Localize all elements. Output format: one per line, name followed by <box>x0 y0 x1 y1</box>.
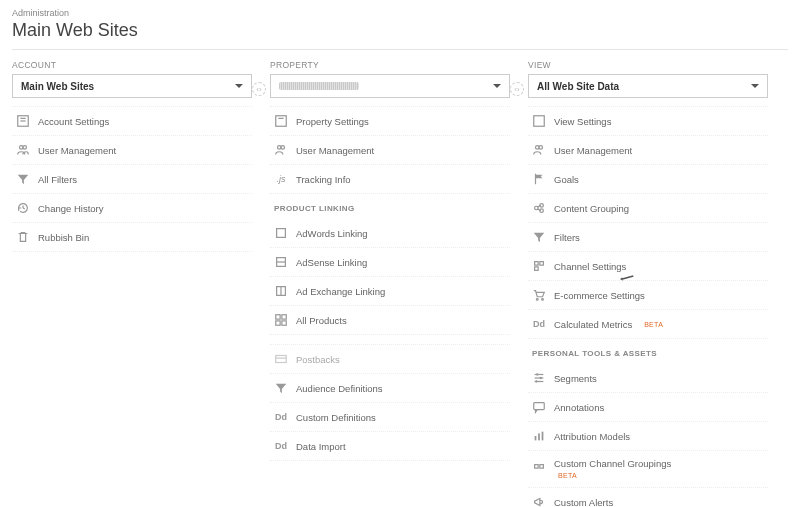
nav-custom-channel-groupings[interactable]: Custom Channel Groupings BETA <box>528 451 768 488</box>
nav-view-filters[interactable]: Filters <box>528 223 768 252</box>
svg-rect-50 <box>540 465 544 469</box>
list-item-label: Postbacks <box>296 354 340 365</box>
svg-rect-19 <box>276 321 280 325</box>
nav-rubbish-bin[interactable]: Rubbish Bin <box>12 223 252 252</box>
svg-rect-18 <box>282 315 286 319</box>
adwords-icon <box>274 226 288 240</box>
nav-content-grouping[interactable]: Content Grouping <box>528 194 768 223</box>
link-circle-icon: ‹› <box>510 82 524 96</box>
nav-adwords-linking[interactable]: AdWords Linking <box>270 219 510 248</box>
grid-icon <box>274 313 288 327</box>
property-column: PROPERTY ‹› Property Settings User Manag… <box>270 60 510 461</box>
nav-change-history[interactable]: Change History <box>12 194 252 223</box>
annotation-icon <box>532 400 546 414</box>
account-column-head: ACCOUNT <box>12 60 252 70</box>
nav-all-products[interactable]: All Products <box>270 306 510 335</box>
svg-rect-36 <box>535 267 539 271</box>
list-item-label: View Settings <box>554 116 611 127</box>
nav-data-import[interactable]: Dd Data Import <box>270 432 510 461</box>
nav-channel-settings[interactable]: Channel Settings <box>528 252 768 281</box>
history-icon <box>16 201 30 215</box>
nav-view-settings[interactable]: View Settings <box>528 107 768 136</box>
nav-property-settings[interactable]: Property Settings <box>270 107 510 136</box>
svg-rect-34 <box>535 262 539 266</box>
svg-point-26 <box>539 146 543 150</box>
list-item-label: Account Settings <box>38 116 109 127</box>
svg-rect-47 <box>538 433 540 440</box>
list-item-label: All Filters <box>38 174 77 185</box>
list-item-label: Attribution Models <box>554 431 630 442</box>
nav-audience-definitions[interactable]: Audience Definitions <box>270 374 510 403</box>
list-item-label: Custom Alerts <box>554 497 613 508</box>
nav-tracking-info[interactable]: .js Tracking Info <box>270 165 510 194</box>
list-item-label: Property Settings <box>296 116 369 127</box>
nav-custom-alerts[interactable]: Custom Alerts <box>528 488 768 507</box>
svg-marker-23 <box>276 384 287 394</box>
svg-rect-35 <box>540 262 544 266</box>
svg-line-7 <box>23 208 25 209</box>
cart-icon <box>532 288 546 302</box>
bars-icon <box>532 429 546 443</box>
beta-badge: BETA <box>644 321 663 328</box>
account-selector[interactable]: Main Web Sites <box>12 74 252 98</box>
view-column: VIEW All Web Site Data View Settings Use… <box>528 60 768 507</box>
nav-property-user-management[interactable]: User Management <box>270 136 510 165</box>
svg-point-44 <box>535 380 537 382</box>
nav-adexchange-linking[interactable]: Ad Exchange Linking <box>270 277 510 306</box>
property-selector[interactable] <box>270 74 510 98</box>
nav-annotations[interactable]: Annotations <box>528 393 768 422</box>
svg-marker-5 <box>18 175 29 185</box>
segments-icon <box>532 371 546 385</box>
users-icon <box>274 143 288 157</box>
nav-ecommerce-settings[interactable]: E-commerce Settings <box>528 281 768 310</box>
property-list: Property Settings User Management .js Tr… <box>270 106 510 461</box>
section-head-product-linking: PRODUCT LINKING <box>270 194 510 219</box>
view-list: View Settings User Management Goals Cont… <box>528 106 768 507</box>
nav-segments[interactable]: Segments <box>528 364 768 393</box>
list-item-label: Annotations <box>554 402 604 413</box>
nav-all-filters[interactable]: All Filters <box>12 165 252 194</box>
svg-rect-8 <box>276 116 287 127</box>
nav-account-settings[interactable]: Account Settings <box>12 107 252 136</box>
filter-icon <box>532 230 546 244</box>
svg-rect-24 <box>534 116 545 127</box>
list-item-label: Segments <box>554 373 597 384</box>
nav-account-user-management[interactable]: User Management <box>12 136 252 165</box>
svg-marker-33 <box>534 233 545 243</box>
list-item-label: Rubbish Bin <box>38 232 89 243</box>
nav-attribution-models[interactable]: Attribution Models <box>528 422 768 451</box>
users-icon <box>16 143 30 157</box>
audience-icon <box>274 381 288 395</box>
list-item-label: Ad Exchange Linking <box>296 286 385 297</box>
list-item-label: AdWords Linking <box>296 228 368 239</box>
account-column: ACCOUNT Main Web Sites ‹› Account Settin… <box>12 60 252 252</box>
list-item-label: User Management <box>38 145 116 156</box>
nav-adsense-linking[interactable]: AdSense Linking <box>270 248 510 277</box>
list-item-label: User Management <box>296 145 374 156</box>
nav-postbacks[interactable]: Postbacks <box>270 345 510 374</box>
page-title: Main Web Sites <box>12 20 788 41</box>
nav-calculated-metrics[interactable]: Dd Calculated Metrics BETA <box>528 310 768 339</box>
account-selector-value: Main Web Sites <box>21 81 94 92</box>
settings-page-icon <box>16 114 30 128</box>
nav-custom-definitions[interactable]: Dd Custom Definitions <box>270 403 510 432</box>
list-item-label: Tracking Info <box>296 174 351 185</box>
view-selector[interactable]: All Web Site Data <box>528 74 768 98</box>
list-item-label: Filters <box>554 232 580 243</box>
caret-down-icon <box>235 84 243 88</box>
svg-point-4 <box>23 146 27 150</box>
link-circle-icon: ‹› <box>252 82 266 96</box>
nav-view-user-management[interactable]: User Management <box>528 136 768 165</box>
svg-point-38 <box>542 299 544 301</box>
list-item-label: Custom Channel Groupings <box>554 458 671 469</box>
svg-rect-20 <box>282 321 286 325</box>
list-item-label: Goals <box>554 174 579 185</box>
account-list: Account Settings User Management All Fil… <box>12 106 252 252</box>
nav-goals[interactable]: Goals <box>528 165 768 194</box>
svg-rect-46 <box>535 436 537 440</box>
redacted-text <box>279 82 359 90</box>
metrics-icon: Dd <box>532 317 546 331</box>
import-icon: Dd <box>274 439 288 453</box>
list-item-label: Change History <box>38 203 103 214</box>
settings-page-icon <box>274 114 288 128</box>
